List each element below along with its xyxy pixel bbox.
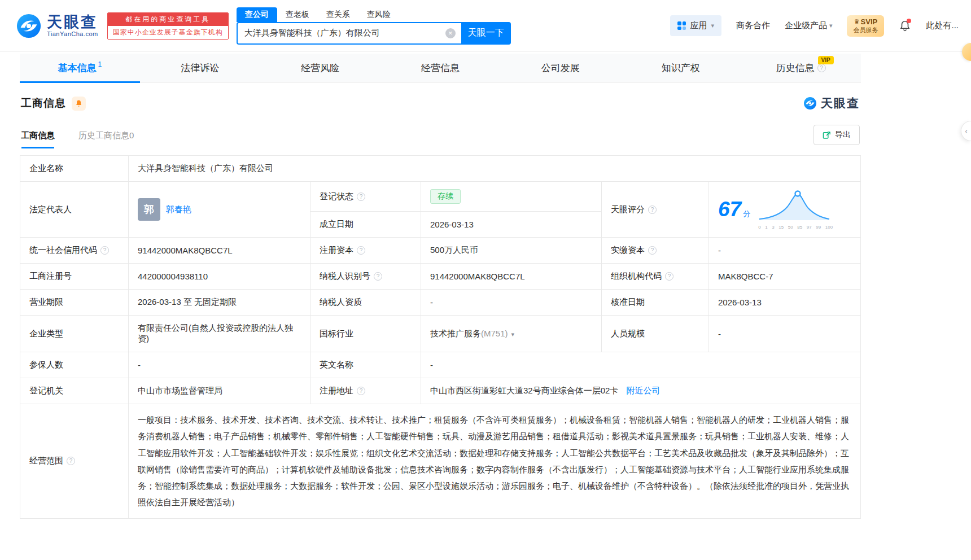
- help-icon[interactable]: ?: [357, 193, 365, 201]
- promo-line1: 都在用的商业查询工具: [108, 13, 228, 26]
- field-value-score: 67分 0131550859799100: [709, 182, 861, 238]
- field-value-english-name: -: [421, 352, 861, 378]
- svip-sublabel: 会员服务: [853, 27, 878, 34]
- export-button[interactable]: 导出: [813, 125, 860, 145]
- field-label-org-code: 组织机构代码?: [602, 264, 709, 290]
- export-icon: [823, 131, 831, 139]
- field-label-approval-date: 核准日期: [602, 290, 709, 316]
- field-label-legal-rep: 法定代表人: [20, 182, 129, 238]
- field-value-registered-address: 中山市西区街道彩虹大道32号商业综合体一层02卡附近公司: [421, 378, 861, 404]
- help-icon[interactable]: ?: [648, 205, 657, 214]
- tianyancha-logo[interactable]: 天眼查 TianYanCha.com: [16, 13, 98, 39]
- tab-label: 知识产权: [662, 62, 700, 75]
- nearby-companies-link[interactable]: 附近公司: [626, 386, 660, 395]
- field-value-approval-date: 2026-03-13: [709, 290, 861, 316]
- tab-basic-info[interactable]: 基本信息 1: [20, 54, 140, 82]
- company-section-tabs: 基本信息 1 法律诉讼 经营风险 经营信息 公司发展 知识产权 历史信息 ? V…: [20, 54, 861, 83]
- field-label: 统一社会信用代码: [29, 245, 97, 255]
- search-tab-risk[interactable]: 查风险: [358, 7, 399, 22]
- help-icon[interactable]: ?: [100, 246, 109, 255]
- tab-label: 历史信息: [776, 62, 815, 75]
- section-title: 工商信息: [21, 96, 66, 111]
- notification-bell-icon[interactable]: [899, 19, 911, 33]
- field-label: 实缴资本: [611, 245, 645, 255]
- field-value-established-date: 2026-03-13: [421, 212, 602, 238]
- company-type: 有限责任公司(自然人投资或控股的法人独资): [138, 323, 293, 343]
- nav-enterprise-products[interactable]: 企业级产品 ▾: [785, 20, 833, 31]
- apps-menu[interactable]: 应用 ▾: [670, 15, 721, 36]
- tianyancha-logo-icon: [803, 97, 817, 110]
- reg-number: 442000004938110: [138, 272, 208, 281]
- help-icon[interactable]: ?: [817, 64, 826, 72]
- tab-count-badge: 1: [98, 60, 102, 68]
- registration-authority: 中山市市场监督管理局: [138, 386, 222, 395]
- help-icon[interactable]: ?: [648, 246, 657, 255]
- field-value-industry: 技术推广服务(M751)▾: [421, 316, 602, 352]
- insured-count: -: [138, 360, 141, 370]
- subtab-history-registration[interactable]: 历史工商信息0: [78, 130, 134, 148]
- tab-company-development[interactable]: 公司发展: [500, 54, 620, 82]
- field-value-reg-number: 442000004938110: [129, 264, 310, 290]
- tab-intellectual-property[interactable]: 知识产权: [620, 54, 741, 82]
- industry-dropdown[interactable]: 技术推广服务(M751)▾: [430, 329, 514, 338]
- industry-name: 技术推广服务: [430, 329, 481, 338]
- row-reg-numbers: 工商注册号 442000004938110 纳税人识别号? 91442000MA…: [20, 264, 861, 290]
- row-insured-english: 参保人数 - 英文名称 -: [20, 352, 861, 378]
- field-label-english-name: 英文名称: [310, 352, 421, 378]
- tab-business-info[interactable]: 经营信息: [380, 54, 501, 82]
- help-icon[interactable]: ?: [665, 272, 673, 281]
- row-term-dates: 营业期限 2026-03-13 至 无固定期限 纳税人资质 - 核准日期 202…: [20, 290, 861, 316]
- field-value-reg-status: 存续: [421, 182, 602, 212]
- help-icon[interactable]: ?: [357, 246, 365, 255]
- registered-capital: 500万人民币: [430, 245, 478, 255]
- score-chart-ticks: 0131550859799100: [758, 225, 833, 230]
- field-label: 参保人数: [29, 360, 63, 369]
- tab-label: 基本信息: [58, 62, 97, 75]
- field-label: 工商注册号: [29, 271, 72, 281]
- legal-rep-link[interactable]: 郭春艳: [166, 204, 191, 215]
- company-name: 大洋具身智能科技（广东）有限公司: [138, 163, 273, 173]
- field-value-credit-code: 91442000MAK8QBCC7L: [129, 238, 310, 264]
- nav-business-cooperation[interactable]: 商务合作: [736, 20, 770, 31]
- tab-operational-risk[interactable]: 经营风险: [260, 54, 380, 82]
- english-name: -: [430, 360, 433, 370]
- business-registration-section: 工商信息 天眼查 工商信息 历史工商信息0 导出: [20, 83, 861, 519]
- apps-grid-icon: [677, 21, 686, 30]
- row-business-scope: 经营范围? 一般项目：技术服务、技术开发、技术咨询、技术交流、技术转让、技术推广…: [20, 404, 861, 519]
- clear-search-icon[interactable]: ×: [445, 28, 456, 38]
- search-tab-company[interactable]: 查公司: [237, 7, 277, 22]
- enterprise-products-label: 企业级产品: [785, 20, 827, 31]
- search-input[interactable]: [238, 23, 461, 43]
- tab-legal-proceedings[interactable]: 法律诉讼: [140, 54, 260, 82]
- monitor-bell-icon[interactable]: [72, 97, 86, 111]
- chevron-down-icon: ▾: [711, 22, 714, 29]
- field-label: 成立日期: [320, 219, 353, 229]
- search-tab-relations[interactable]: 查关系: [318, 7, 358, 22]
- score-chart[interactable]: 0131550859799100: [758, 190, 833, 230]
- field-label: 法定代表人: [29, 204, 72, 214]
- field-label: 天眼评分: [611, 204, 645, 214]
- search-button[interactable]: 天眼一下: [461, 22, 511, 45]
- user-menu[interactable]: 此处有...: [926, 20, 959, 31]
- field-label: 纳税人识别号: [320, 271, 370, 281]
- crown-icon: ♛: [854, 18, 860, 26]
- tab-label: 经营风险: [301, 62, 339, 75]
- tab-history-info[interactable]: 历史信息 ? VIP: [741, 54, 861, 82]
- help-icon[interactable]: ?: [67, 457, 75, 465]
- business-scope: 一般项目：技术服务、技术开发、技术咨询、技术交流、技术转让、技术推广；租赁服务（…: [138, 415, 849, 507]
- row-legal-rep-status-score: 法定代表人 郭 郭春艳 登记状态? 存续 天眼评分? 67分: [20, 182, 861, 212]
- search-tab-boss[interactable]: 查老板: [277, 7, 318, 22]
- chevron-down-icon: ▾: [829, 22, 833, 29]
- legal-rep-avatar[interactable]: 郭: [138, 198, 160, 221]
- tab-label: 经营信息: [421, 62, 460, 75]
- row-type-industry: 企业类型 有限责任公司(自然人投资或控股的法人独资) 国标行业 技术推广服务(M…: [20, 316, 861, 352]
- svip-membership-badge[interactable]: ♛ SVIP 会员服务: [847, 15, 884, 37]
- subtab-current-registration[interactable]: 工商信息: [21, 130, 55, 148]
- help-icon[interactable]: ?: [374, 272, 382, 281]
- help-icon[interactable]: ?: [357, 387, 365, 395]
- field-label: 国标行业: [320, 329, 353, 338]
- field-label-taxpayer-qualification: 纳税人资质: [310, 290, 421, 316]
- chevron-down-icon: ▾: [511, 331, 515, 338]
- sidebar-collapse-button[interactable]: ‹: [961, 121, 971, 141]
- field-label-business-term: 营业期限: [20, 290, 129, 316]
